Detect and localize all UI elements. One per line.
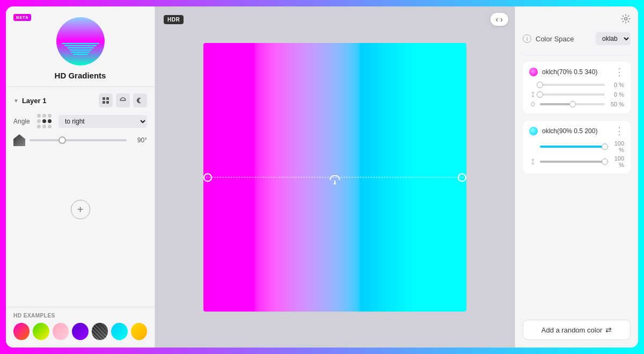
dot-active[interactable] xyxy=(48,119,52,123)
settings-button[interactable] xyxy=(621,14,631,26)
color-stop-more-button-2[interactable]: ⋮ xyxy=(614,126,624,136)
gradient-preview[interactable] xyxy=(203,43,466,312)
nav-left-button[interactable]: ‹ xyxy=(496,15,499,24)
dot[interactable] xyxy=(37,119,41,123)
dot[interactable] xyxy=(37,114,41,118)
color-stop-value-1: oklch(70% 0.5 340) xyxy=(542,68,610,76)
direction-dots[interactable] xyxy=(37,114,52,129)
dot[interactable] xyxy=(42,114,46,118)
logo-line xyxy=(71,52,90,53)
link-icon-2b xyxy=(529,158,537,165)
slider-thumb-2b[interactable] xyxy=(602,158,608,165)
mini-slider-2a[interactable] xyxy=(540,146,605,148)
dot[interactable] xyxy=(48,114,52,118)
slider-row-2a: 100 % xyxy=(529,140,624,153)
svg-rect-2 xyxy=(103,101,105,104)
mini-slider-1a[interactable] xyxy=(540,84,605,86)
mini-slider-2b[interactable] xyxy=(540,161,605,163)
gradient-control-line xyxy=(203,177,466,177)
slider-thumb-1a[interactable] xyxy=(537,82,543,88)
angle-icon xyxy=(13,134,25,146)
angle-slider-thumb[interactable] xyxy=(58,136,66,144)
add-layer-button[interactable]: + xyxy=(71,200,90,219)
link-icon-1a xyxy=(529,81,537,89)
dot[interactable] xyxy=(48,125,52,128)
color-stop-dot-1[interactable] xyxy=(529,68,538,76)
logo-line xyxy=(62,43,99,44)
slider-row-1c: 50 % xyxy=(529,100,624,108)
info-icon[interactable]: i xyxy=(523,34,531,43)
slider-value-1b: 0 % xyxy=(608,91,624,98)
sidebar: HD Gradients ▼ Layer 1 xyxy=(6,6,155,348)
angle-row: Angle to right to left to top to b xyxy=(13,114,147,129)
color-stop-item-1: oklch(70% 0.5 340) ⋮ 0 % xyxy=(523,62,631,113)
swatch-light-pink[interactable] xyxy=(53,323,69,340)
svg-rect-3 xyxy=(106,101,109,104)
hd-examples-label: HD EXAMPLES xyxy=(13,313,147,319)
layer-title-row: ▼ Layer 1 xyxy=(13,97,46,105)
add-random-color-button[interactable]: Add a random color ⇄ xyxy=(523,320,631,340)
color-stop-more-button-1[interactable]: ⋮ xyxy=(614,67,624,77)
logo-line xyxy=(67,47,94,48)
swatch-pink-orange[interactable] xyxy=(13,323,30,340)
logo-line xyxy=(73,54,88,55)
svg-point-6 xyxy=(531,103,535,106)
app-logo xyxy=(56,17,105,66)
angle-slider-row: 90° xyxy=(13,134,147,146)
beta-badge: BETA xyxy=(13,14,31,21)
left-color-stop[interactable] xyxy=(203,173,212,182)
color-stop-header-2: oklch(90% 0.5 200) ⋮ xyxy=(529,126,624,136)
color-stop-sliders-2: 100 % 100 % xyxy=(529,140,624,168)
nav-right-button[interactable]: › xyxy=(500,15,503,24)
dot[interactable] xyxy=(42,125,46,128)
grid-view-button[interactable] xyxy=(99,93,113,107)
angle-direction-select[interactable]: to right to left to top to bottom xyxy=(58,115,147,128)
layer-collapse-icon[interactable]: ▼ xyxy=(13,98,19,104)
app-title: HD Gradients xyxy=(55,71,106,80)
slider-row-1b: 0 % xyxy=(529,91,624,98)
swatch-green-yellow[interactable] xyxy=(33,323,49,340)
half-circle-button[interactable] xyxy=(116,93,130,107)
angle-value: 90° xyxy=(131,136,147,144)
slider-row-1a: 0 % xyxy=(529,81,624,89)
color-space-select[interactable]: oklab oklch srgb xyxy=(596,32,631,45)
dot[interactable] xyxy=(37,125,41,128)
link-icon-1b xyxy=(529,91,537,98)
color-stop-item-2: oklch(90% 0.5 200) ⋮ 100 % xyxy=(523,121,631,174)
color-space-row: i Color Space oklab oklch srgb xyxy=(523,32,631,45)
logo-lines xyxy=(56,43,105,55)
midpoint-handle[interactable] xyxy=(330,175,340,180)
slider-thumb-1c[interactable] xyxy=(569,101,576,107)
svg-point-5 xyxy=(625,18,627,20)
logo-line xyxy=(64,45,97,46)
right-color-stop[interactable] xyxy=(458,173,466,182)
mini-slider-1c[interactable] xyxy=(540,103,605,105)
svg-rect-1 xyxy=(106,97,109,100)
settings-row xyxy=(523,14,631,26)
slider-value-1c: 50 % xyxy=(608,101,624,107)
example-swatches xyxy=(13,323,147,340)
slider-thumb-2a[interactable] xyxy=(602,143,608,150)
color-stop-dot-2[interactable] xyxy=(529,127,538,135)
swatch-cyan[interactable] xyxy=(111,323,127,340)
slider-value-2b: 100 % xyxy=(608,155,624,168)
swatch-yellow[interactable] xyxy=(131,323,147,340)
layer-icons xyxy=(99,93,147,107)
mini-slider-1b[interactable] xyxy=(540,93,605,96)
dot-center[interactable] xyxy=(42,119,46,123)
swatch-dark[interactable] xyxy=(92,323,108,340)
layer-section: ▼ Layer 1 xyxy=(6,87,155,307)
svg-rect-0 xyxy=(103,97,105,100)
angle-slider[interactable] xyxy=(30,139,127,141)
link-icon-2a xyxy=(529,143,537,150)
link-icon-1c xyxy=(529,100,537,108)
slider-value-1a: 0 % xyxy=(608,82,624,88)
nav-arrows: ‹ › xyxy=(491,13,508,26)
moon-button[interactable] xyxy=(133,93,147,107)
slider-thumb-1b[interactable] xyxy=(537,91,543,98)
swatch-purple[interactable] xyxy=(72,323,88,340)
midpoint-dot xyxy=(334,182,336,184)
slider-value-2a: 100 % xyxy=(608,140,624,153)
midpoint-arc xyxy=(330,175,340,180)
shuffle-icon: ⇄ xyxy=(605,326,612,334)
